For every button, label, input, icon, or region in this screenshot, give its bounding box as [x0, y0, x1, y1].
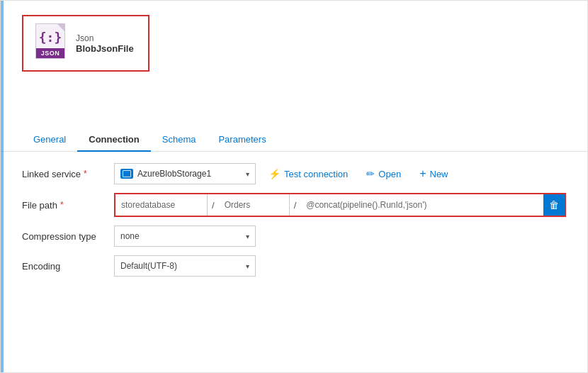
file-path-controls: / / 🗑 — [114, 193, 566, 217]
curly-braces-icon: {:} — [39, 30, 62, 45]
json-paper-icon: {:} JSON — [35, 23, 65, 59]
file-path-sep2: / — [290, 200, 301, 211]
tabs-section: General Connection Schema Parameters — [1, 128, 587, 152]
compression-type-dropdown[interactable]: none ▾ — [114, 226, 256, 247]
linked-service-required: * — [84, 169, 87, 179]
new-plus-icon: + — [419, 167, 426, 180]
form-section: Linked service * AzureBlobStorage1 ▾ ⚡ T… — [1, 152, 587, 288]
json-badge: JSON — [36, 48, 64, 58]
test-connection-label: Test connection — [284, 169, 348, 179]
linked-service-row: Linked service * AzureBlobStorage1 ▾ ⚡ T… — [22, 163, 566, 184]
compression-type-row: Compression type none ▾ — [22, 226, 566, 247]
file-path-part1-input[interactable] — [115, 194, 208, 216]
new-button[interactable]: + New — [414, 165, 453, 183]
file-path-label: File path * — [22, 200, 114, 211]
encoding-dropdown-arrow-icon: ▾ — [246, 262, 249, 270]
compression-dropdown-arrow-icon: ▾ — [246, 233, 249, 240]
linked-service-value: AzureBlobStorage1 — [137, 169, 242, 179]
encoding-dropdown[interactable]: Default(UTF-8) ▾ — [114, 255, 256, 277]
compression-type-value: none — [120, 231, 243, 241]
file-path-expression-input[interactable] — [300, 194, 543, 216]
linked-service-label: Linked service * — [22, 169, 114, 179]
tab-schema[interactable]: Schema — [151, 128, 208, 152]
test-connection-button[interactable]: ⚡ Test connection — [263, 165, 354, 182]
storage-icon-inner — [123, 170, 131, 177]
encoding-label: Encoding — [22, 261, 114, 272]
file-path-row: File path * / / 🗑 — [22, 193, 566, 217]
open-label: Open — [378, 169, 401, 179]
linked-service-dropdown[interactable]: AzureBlobStorage1 ▾ — [114, 163, 256, 184]
compression-type-label: Compression type — [22, 231, 114, 242]
tabs-row: General Connection Schema Parameters — [22, 128, 566, 151]
json-file-icon: {:} JSON — [33, 23, 67, 63]
top-section: {:} JSON Json BlobJsonFile — [1, 1, 587, 86]
encoding-controls: Default(UTF-8) ▾ — [114, 255, 566, 277]
open-icon: ✏ — [366, 168, 375, 179]
file-path-part2-input[interactable] — [219, 194, 290, 216]
encoding-value: Default(UTF-8) — [120, 261, 243, 271]
json-card-text: Json BlobJsonFile — [76, 33, 134, 54]
open-button[interactable]: ✏ Open — [361, 165, 407, 182]
file-path-required: * — [60, 200, 64, 210]
linked-service-arrow-icon: ▾ — [246, 170, 249, 178]
main-container: {:} JSON Json BlobJsonFile General Conne… — [0, 0, 588, 373]
file-path-sep1: / — [208, 200, 219, 211]
json-type-label: Json — [76, 33, 134, 43]
storage-icon — [120, 169, 133, 179]
json-dataset-card[interactable]: {:} JSON Json BlobJsonFile — [22, 15, 149, 72]
json-dataset-name: BlobJsonFile — [76, 43, 134, 54]
delete-icon: 🗑 — [549, 199, 559, 211]
test-connection-icon: ⚡ — [268, 168, 281, 179]
tab-connection[interactable]: Connection — [77, 128, 151, 152]
compression-type-controls: none ▾ — [114, 226, 566, 247]
tab-parameters[interactable]: Parameters — [207, 128, 277, 152]
encoding-row: Encoding Default(UTF-8) ▾ — [22, 255, 566, 277]
tab-general[interactable]: General — [22, 128, 77, 152]
file-path-delete-button[interactable]: 🗑 — [543, 194, 565, 216]
linked-service-controls: AzureBlobStorage1 ▾ ⚡ Test connection ✏ … — [114, 163, 566, 184]
new-label: New — [430, 169, 448, 179]
left-accent-bar — [1, 1, 4, 372]
